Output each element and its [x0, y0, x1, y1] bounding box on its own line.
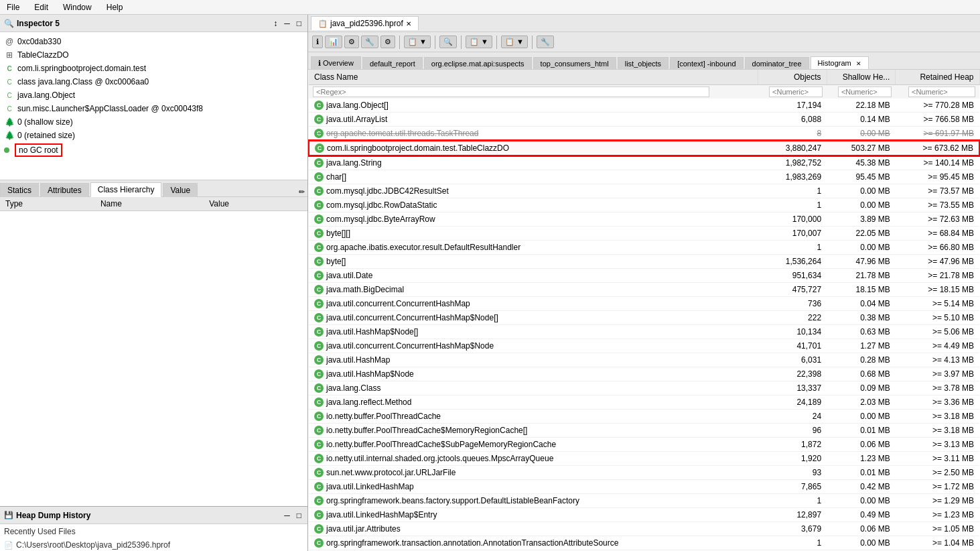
toolbar-config-btn[interactable]: ⚙ — [344, 36, 359, 48]
table-row[interactable]: Cio.netty.buffer.PoolThreadCache$SubPage… — [309, 438, 979, 452]
class-name-cell: Ccom.mysql.jdbc.RowDataStatic — [309, 198, 758, 212]
objects-filter[interactable] — [769, 86, 823, 97]
subtab-histogram[interactable]: Histogram ✕ — [811, 56, 869, 70]
subtab-dominator[interactable]: dominator_tree — [745, 57, 809, 70]
toolbar-search-btn[interactable]: 🔍 — [439, 36, 457, 48]
class-row-icon: C — [314, 186, 324, 196]
shallow-filter[interactable] — [838, 86, 892, 97]
table-row[interactable]: Cchar[]1,983,26995.45 MB>= 95.45 MB — [309, 170, 979, 184]
table-row[interactable]: Cbyte[][]170,00722.05 MB>= 68.84 MB — [309, 227, 979, 241]
subtab-list-objects[interactable]: list_objects — [618, 57, 669, 70]
table-row[interactable]: Cjava.util.ArrayList6,0880.14 MB>= 766.5… — [309, 113, 979, 127]
menu-window[interactable]: Window — [59, 1, 96, 13]
class-row-icon: C — [314, 229, 324, 238]
table-row[interactable]: Corg.springframework.transaction.annotat… — [309, 536, 979, 550]
file-tab[interactable]: 📋 java_pid25396.hprof ✕ — [311, 16, 419, 30]
subtab-histogram-close[interactable]: ✕ — [856, 60, 861, 67]
tree-shallow-icon: 🌲 — [4, 117, 15, 127]
inspector-minimize-btn[interactable]: ─ — [282, 18, 292, 29]
table-row[interactable]: Cjava.util.LinkedHashMap7,8650.42 MB>= 1… — [309, 480, 979, 494]
shallow-cell: 0.14 MB — [827, 113, 896, 127]
menu-help[interactable]: Help — [102, 1, 127, 13]
col-classname[interactable]: Class Name — [309, 70, 758, 85]
table-row[interactable]: Cbyte[]1,536,26447.96 MB>= 47.96 MB — [309, 255, 979, 269]
table-row[interactable]: Corg.springframework.beans.factory.suppo… — [309, 494, 979, 508]
file-path-item[interactable]: 📄 C:\Users\root\Desktop\java_pid25396.hp… — [0, 539, 307, 551]
table-row[interactable]: Cjava.util.concurrent.ConcurrentHashMap7… — [309, 297, 979, 311]
tab-value[interactable]: Value — [163, 183, 198, 197]
subtab-top-consumers[interactable]: top_consumers_html — [533, 57, 616, 70]
heap-minimize-btn[interactable]: ─ — [282, 510, 292, 521]
toolbar-clipboard-btn[interactable]: 📋 ▼ — [404, 36, 431, 48]
table-row[interactable]: Cjava.lang.reflect.Method24,1892.03 MB>=… — [309, 395, 979, 410]
tree-item-class2[interactable]: C class java.lang.Class @ 0xc0006aa0 — [0, 75, 307, 88]
class-regex-filter[interactable] — [313, 86, 709, 97]
col-retained[interactable]: Retained Heap — [896, 70, 979, 85]
tree-item-class1[interactable]: C com.li.springbootproject.domain.test — [0, 62, 307, 75]
table-row[interactable]: Csun.net.www.protocol.jar.URLJarFile930.… — [309, 466, 979, 480]
table-row[interactable]: Cjava.util.jar.Attributes3,6790.06 MB>= … — [309, 522, 979, 536]
table-row[interactable]: Cjava.lang.Class13,3370.09 MB>= 3.78 MB — [309, 381, 979, 395]
table-row[interactable]: Cio.netty.util.internal.shaded.org.jctoo… — [309, 452, 979, 466]
subtab-context-inbound[interactable]: [context] -inbound — [670, 57, 743, 70]
tree-item-sun[interactable]: C sun.misc.Launcher$AppClassLoader @ 0xc… — [0, 102, 307, 115]
class-name-text: com.mysql.jdbc.JDBC42ResultSet — [326, 186, 449, 196]
tab-class-hierarchy[interactable]: Class Hierarchy — [90, 182, 162, 197]
table-row[interactable]: Cjava.util.concurrent.ConcurrentHashMap$… — [309, 311, 979, 325]
table-row[interactable]: Cjava.util.HashMap6,0310.28 MB>= 4.13 MB — [309, 353, 979, 367]
tab-attributes[interactable]: Attributes — [40, 183, 89, 197]
menu-edit[interactable]: Edit — [30, 1, 52, 13]
toolbar-info-btn[interactable]: ℹ — [312, 36, 323, 48]
table-row[interactable]: Cjava.util.Date951,63421.78 MB>= 21.78 M… — [309, 269, 979, 283]
toolbar-settings-btn[interactable]: ⚙ — [380, 36, 395, 48]
menu-file[interactable]: File — [3, 1, 23, 13]
subtab-default-report[interactable]: default_report — [362, 57, 423, 70]
subtab-suspects[interactable]: org.eclipse.mat.api:suspects — [424, 57, 532, 70]
retained-cell: >= 73.57 MB — [896, 184, 979, 198]
tree-item-gcroot[interactable]: no GC root — [0, 142, 307, 158]
file-tab-close[interactable]: ✕ — [406, 20, 411, 27]
col-objects[interactable]: Objects — [758, 70, 827, 85]
class-row-icon: C — [314, 313, 324, 322]
tree-item-obj[interactable]: C java.lang.Object — [0, 88, 307, 102]
inspector-close-btn[interactable]: □ — [295, 18, 303, 29]
tab-statics[interactable]: Statics — [0, 183, 39, 197]
shallow-cell: 0.00 MB — [827, 184, 896, 198]
heap-close-btn[interactable]: □ — [295, 510, 303, 521]
table-row[interactable]: Cjava.lang.Object[]17,19422.18 MB>= 770.… — [309, 99, 979, 113]
objects-cell: 24 — [758, 410, 827, 424]
class-row-icon: C — [314, 257, 324, 266]
shallow-cell: 0.01 MB — [827, 424, 896, 438]
tree-item-address[interactable]: @ 0xc0dab330 — [0, 35, 307, 48]
table-row[interactable]: Ccom.li.springbootproject.domain.test.Ta… — [309, 141, 979, 156]
table-row[interactable]: Cio.netty.buffer.PoolThreadCache$MemoryR… — [309, 424, 979, 438]
toolbar-extra-btn[interactable]: 🔧 — [537, 36, 554, 48]
table-row[interactable]: Cjava.math.BigDecimal475,72718.15 MB>= 1… — [309, 283, 979, 297]
table-row[interactable]: Cio.netty.buffer.PoolThreadCache240.00 M… — [309, 410, 979, 424]
table-row[interactable]: Cjava.lang.String1,982,75245.38 MB>= 140… — [309, 156, 979, 170]
subtab-overview[interactable]: ℹ Overview — [311, 56, 361, 70]
table-row[interactable]: Cjava.util.concurrent.ConcurrentHashMap$… — [309, 339, 979, 353]
toolbar-view-btn[interactable]: 📋 ▼ — [501, 36, 528, 48]
table-row[interactable]: Cjava.util.HashMap$Node22,3980.68 MB>= 3… — [309, 367, 979, 381]
table-row[interactable]: Ccom.mysql.jdbc.ByteArrayRow170,0003.89 … — [309, 212, 979, 227]
table-row[interactable]: Corg.apache.ibatis.executor.result.Defau… — [309, 241, 979, 255]
class-name-text: byte[] — [326, 257, 346, 266]
tree-item-table[interactable]: ⊞ TableClazzDO — [0, 48, 307, 62]
toolbar-chart-btn[interactable]: 📊 — [325, 36, 342, 48]
inspector-move-btn[interactable]: ↕ — [271, 18, 279, 29]
class-row-icon: C — [314, 341, 324, 351]
table-row[interactable]: Cjava.util.LinkedHashMap$Entry12,8970.49… — [309, 508, 979, 522]
toolbar-debug-btn[interactable]: 🔧 — [361, 36, 378, 48]
table-row[interactable]: Ccom.mysql.jdbc.RowDataStatic10.00 MB>= … — [309, 198, 979, 212]
tab-edit-icon[interactable]: ✏ — [299, 188, 305, 196]
retained-filter[interactable] — [908, 86, 975, 97]
table-row[interactable]: Ccom.mysql.jdbc.JDBC42ResultSet10.00 MB>… — [309, 184, 979, 198]
shallow-cell: 0.28 MB — [827, 353, 896, 367]
table-row[interactable]: Cjava.util.HashMap$Node[]10,1340.63 MB>=… — [309, 325, 979, 339]
tree-item-shallow[interactable]: 🌲 0 (shallow size) — [0, 115, 307, 129]
toolbar-export-btn[interactable]: 📋 ▼ — [466, 36, 492, 48]
col-shallow[interactable]: Shallow He... — [827, 70, 896, 85]
table-row[interactable]: Corg.apache.tomcat.util.threads.TaskThre… — [309, 127, 979, 141]
tree-item-retained[interactable]: 🌲 0 (retained size) — [0, 129, 307, 142]
